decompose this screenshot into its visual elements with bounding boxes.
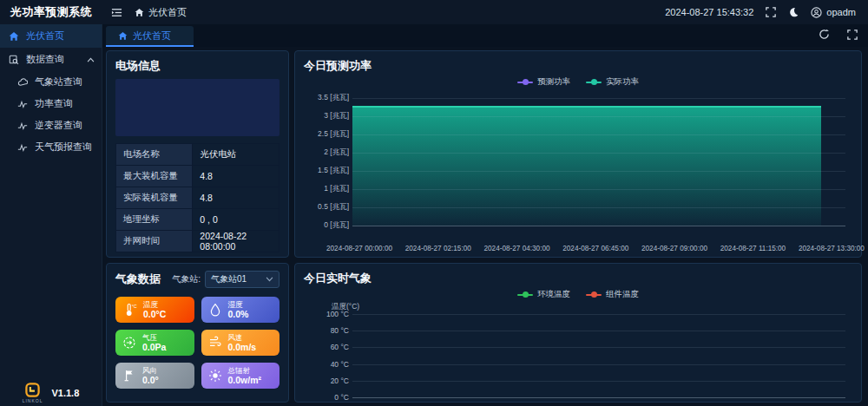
x-tick: 2024-08-27 06:45:00	[562, 245, 628, 252]
realtime-chart[interactable]: 温度(°C) 100 °C 80 °C 60 °C 40 °C 20 °C 0 …	[304, 302, 852, 404]
card-value: 0.0m/s	[228, 342, 257, 352]
table-row: 电场名称 光伏电站	[116, 144, 279, 166]
body-row: 光伏首页 数据查询 气象站查询 功率查询 逆变器查询	[0, 24, 868, 406]
station-select[interactable]: 气象站01	[205, 271, 279, 288]
card-value: 0.0%	[228, 309, 249, 319]
card-value: 0.0Pa	[142, 342, 166, 352]
refresh-icon[interactable]	[819, 29, 830, 40]
y-tick: 1 [兆瓦]	[324, 184, 349, 194]
panel-realtime-weather: 今日实时气象 环境温度 组件温度 温度(°	[294, 263, 862, 403]
home-icon	[9, 31, 19, 42]
wind-icon	[208, 336, 222, 350]
svg-text:°C: °C	[132, 303, 137, 308]
collapse-sidebar-icon[interactable]	[111, 7, 122, 18]
gridline	[352, 116, 845, 117]
home-icon	[118, 31, 128, 41]
y-tick: 0 °C	[334, 393, 349, 402]
card-name: 总辐射	[228, 366, 262, 375]
row-label: 地理坐标	[116, 209, 193, 231]
user-menu[interactable]: opadm	[811, 7, 856, 18]
legend-label: 预测功率	[537, 76, 570, 88]
app-version: V1.1.8	[51, 388, 79, 398]
card-value: 0.0°	[142, 375, 159, 385]
y-tick: 100 °C	[326, 310, 349, 318]
row-value: 4.8	[193, 187, 279, 209]
forecast-chart[interactable]: 3.5 [兆瓦] 3 [兆瓦] 2.5 [兆瓦] 2 [兆瓦] 1.5 [兆瓦]…	[304, 89, 852, 252]
panel-weather-data: 气象数据 气象站: 气象站01 °C	[106, 263, 289, 403]
company-logo: LINKOL	[23, 383, 43, 403]
home-icon	[135, 8, 144, 17]
chevron-up-icon	[87, 57, 95, 62]
card-name: 风速	[228, 333, 257, 342]
legend-label: 实际功率	[606, 76, 639, 88]
row-label: 最大装机容量	[116, 166, 193, 187]
breadcrumb[interactable]: 光伏首页	[135, 6, 187, 19]
forecast-chart-icon	[17, 142, 28, 153]
y-tick: 20 °C	[331, 377, 349, 385]
sidebar-item-home[interactable]: 光伏首页	[0, 24, 102, 48]
sidebar-item-inverter-query[interactable]: 逆变器查询	[0, 115, 102, 136]
station-selector: 气象站: 气象站01	[172, 271, 279, 288]
header-left: 光伏首页	[102, 6, 665, 19]
legend-item-forecast[interactable]: 预测功率	[517, 76, 570, 88]
y-tick: 1.5 [兆瓦]	[318, 166, 349, 176]
table-row: 并网时间 2024-08-22 08:00:00	[116, 231, 279, 252]
power-chart-icon	[17, 99, 28, 109]
sidebar-item-data-query[interactable]: 数据查询	[0, 48, 102, 71]
sidebar-item-power-query[interactable]: 功率查询	[0, 93, 102, 115]
sidebar-item-weather-station-query[interactable]: 气象站查询	[0, 71, 102, 93]
legend-marker-green	[517, 291, 533, 298]
realtime-plot-area	[352, 314, 845, 397]
card-wind-speed: 风速0.0m/s	[201, 330, 280, 356]
gridline	[352, 207, 845, 208]
sidebar-item-weather-forecast-query[interactable]: 天气预报查询	[0, 136, 102, 158]
gridline	[352, 134, 845, 135]
y-tick: 3 [兆瓦]	[324, 111, 349, 121]
inverter-chart-icon	[17, 121, 28, 131]
y-tick: 2 [兆瓦]	[324, 147, 349, 158]
y-tick: 80 °C	[331, 326, 349, 335]
tab-home[interactable]: 光伏首页	[106, 26, 194, 47]
y-tick: 60 °C	[331, 343, 349, 351]
card-name: 风向	[142, 366, 159, 375]
x-tick: 2024-08-27 11:15:00	[720, 245, 786, 252]
droplet-icon	[208, 303, 222, 317]
row-value: 2024-08-22 08:00:00	[193, 231, 279, 252]
panel-station-info: 电场信息 电场名称 光伏电站 最大装机容量 4.8	[106, 50, 289, 258]
row-value: 4.8	[193, 166, 279, 187]
card-value: 0.0°C	[143, 309, 166, 319]
legend-item-ambient-temp[interactable]: 环境温度	[517, 289, 570, 300]
legend-item-module-temp[interactable]: 组件温度	[586, 289, 639, 300]
data-query-icon	[9, 55, 19, 65]
main-area: 光伏首页 电场信息	[102, 24, 868, 406]
header-right: 2024-08-27 15:43:32 opadm	[665, 7, 868, 18]
dark-mode-moon-icon[interactable]	[788, 7, 799, 17]
sidebar-item-label: 气象站查询	[35, 75, 82, 88]
username: opadm	[826, 7, 856, 17]
sidebar-item-label: 天气预报查询	[35, 141, 92, 154]
legend-item-actual[interactable]: 实际功率	[586, 76, 639, 88]
sun-icon	[208, 369, 222, 383]
fullscreen-icon[interactable]	[766, 7, 776, 17]
chevron-down-icon	[266, 277, 273, 282]
sidebar-item-label: 光伏首页	[26, 29, 64, 43]
x-tick: 2024-08-27 02:15:00	[405, 245, 471, 252]
weather-header: 气象数据 气象站: 气象站01	[115, 271, 279, 288]
x-tick: 2024-08-27 04:30:00	[484, 245, 550, 252]
dashboard-content: 电场信息 电场名称 光伏电站 最大装机容量 4.8	[102, 47, 868, 406]
wind-vane-icon	[122, 369, 136, 383]
sidebar-item-label: 逆变器查询	[35, 119, 82, 132]
logo-text: LINKOL	[23, 398, 43, 403]
expand-icon[interactable]	[847, 29, 858, 40]
x-axis-line	[352, 226, 845, 226]
table-row: 实际装机容量 4.8	[116, 187, 279, 209]
station-info-table: 电场名称 光伏电站 最大装机容量 4.8 实际装机容量 4.8	[115, 143, 279, 252]
row-label: 电场名称	[116, 144, 193, 166]
station-select-value: 气象站01	[211, 273, 247, 285]
gridline	[352, 153, 845, 154]
legend-label: 环境温度	[537, 289, 570, 300]
x-tick: 2024-08-27 09:00:00	[641, 245, 707, 252]
solar-farm-photo	[115, 79, 279, 136]
station-select-label: 气象站:	[172, 273, 201, 285]
thermometer-icon: °C	[122, 303, 137, 318]
